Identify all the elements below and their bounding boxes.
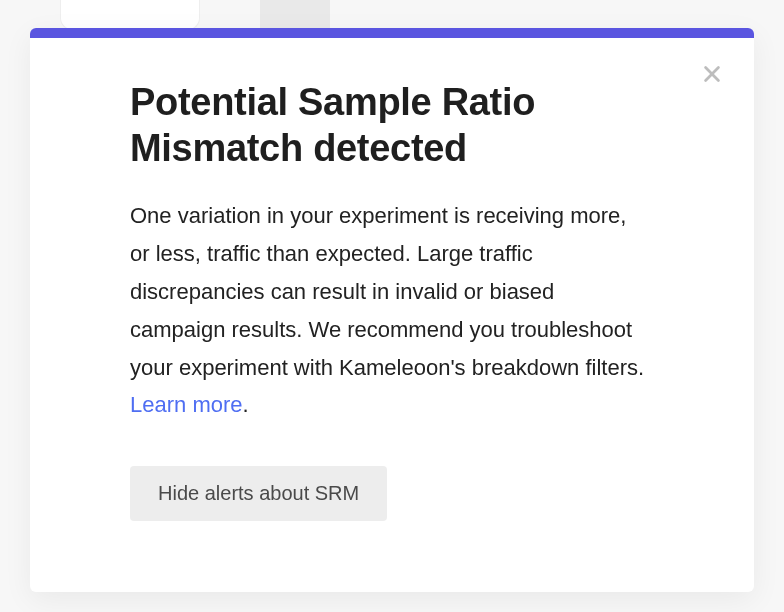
- modal-description: One variation in your experiment is rece…: [130, 197, 650, 424]
- modal-title: Potential Sample Ratio Mismatch detected: [130, 80, 654, 171]
- background-tab-hint: [60, 0, 200, 30]
- modal-description-text: One variation in your experiment is rece…: [130, 203, 644, 379]
- modal-body: Potential Sample Ratio Mismatch detected…: [30, 38, 754, 561]
- background-column-hint: [260, 0, 330, 30]
- close-icon: [701, 63, 723, 85]
- modal-actions: Hide alerts about SRM: [130, 466, 654, 521]
- modal-accent-bar: [30, 28, 754, 38]
- learn-more-link[interactable]: Learn more: [130, 392, 243, 417]
- srm-alert-modal: Potential Sample Ratio Mismatch detected…: [30, 28, 754, 592]
- modal-description-period: .: [243, 392, 249, 417]
- close-button[interactable]: [698, 60, 726, 88]
- hide-alerts-button[interactable]: Hide alerts about SRM: [130, 466, 387, 521]
